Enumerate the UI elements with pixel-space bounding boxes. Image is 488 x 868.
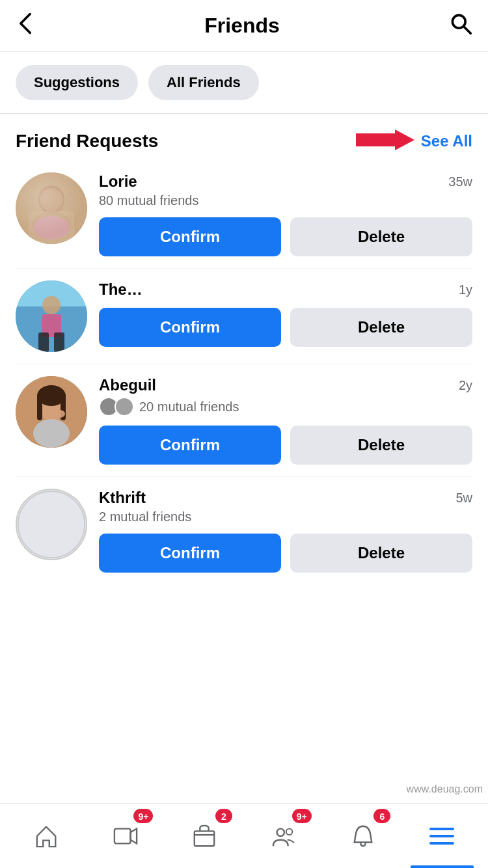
svg-marker-2 <box>356 129 414 150</box>
mutual-text-kthrift: 2 mutual friends <box>99 509 191 524</box>
friends-icon <box>271 824 296 848</box>
hamburger-line-2 <box>429 835 454 837</box>
friend-name-row-the: The… 1y <box>99 280 472 299</box>
svg-rect-25 <box>114 828 130 843</box>
page-title: Friends <box>204 14 280 38</box>
friend-name-row-kthrift: Kthrift 5w <box>99 489 472 507</box>
avatar-abeguil <box>16 376 87 448</box>
svg-marker-26 <box>130 828 137 843</box>
nav-active-bar <box>411 865 474 868</box>
nav-menu[interactable] <box>402 804 481 868</box>
friend-request-kthrift: Kthrift 5w 2 mutual friends Confirm Dele… <box>16 477 472 584</box>
svg-rect-9 <box>16 172 87 244</box>
hamburger-line-1 <box>429 828 454 830</box>
delete-button-kthrift[interactable]: Delete <box>290 534 472 573</box>
friend-time-lorie: 35w <box>448 174 472 189</box>
delete-button-lorie[interactable]: Delete <box>290 217 472 256</box>
menu-icon <box>429 828 454 845</box>
marketplace-badge: 2 <box>215 809 232 823</box>
video-icon <box>113 824 138 848</box>
svg-point-29 <box>286 828 293 835</box>
avatar-kthrift <box>16 489 87 560</box>
friend-name-row-abeguil: Abeguil 2y <box>99 376 472 394</box>
svg-rect-16 <box>54 332 64 352</box>
svg-point-23 <box>55 410 65 418</box>
action-buttons-lorie: Confirm Delete <box>99 217 472 256</box>
friend-name-row: Lorie 35w <box>99 172 472 191</box>
svg-point-4 <box>38 185 64 214</box>
svg-rect-27 <box>195 831 214 846</box>
watermark: www.deuag.com <box>401 781 488 798</box>
svg-rect-20 <box>37 394 42 420</box>
friend-info-the: The… 1y Confirm Delete <box>99 280 472 347</box>
friend-requests-title: Friend Requests <box>16 131 158 152</box>
svg-point-6 <box>40 188 63 211</box>
friend-name-lorie: Lorie <box>99 172 137 191</box>
nav-video[interactable]: 9+ <box>86 804 165 868</box>
back-button[interactable] <box>16 12 35 40</box>
friend-request-the: The… 1y Confirm Delete <box>16 269 472 364</box>
friend-time-kthrift: 5w <box>455 491 472 506</box>
nav-friends[interactable]: 9+ <box>244 804 323 868</box>
friend-time-abeguil: 2y <box>459 378 472 393</box>
section-header: Friend Requests See All <box>0 114 488 161</box>
action-buttons-kthrift: Confirm Delete <box>99 534 472 573</box>
notifications-badge: 6 <box>373 809 390 823</box>
svg-point-8 <box>33 216 70 239</box>
mutual-avatars-abeguil <box>99 397 134 416</box>
friend-info-lorie: Lorie 35w 80 mutual friends Confirm Dele… <box>99 172 472 256</box>
svg-point-28 <box>277 828 284 835</box>
confirm-button-kthrift[interactable]: Confirm <box>99 534 281 573</box>
video-badge: 9+ <box>133 809 153 823</box>
confirm-button-abeguil[interactable]: Confirm <box>99 426 281 465</box>
friend-info-kthrift: Kthrift 5w 2 mutual friends Confirm Dele… <box>99 489 472 573</box>
friends-badge: 9+ <box>292 809 312 823</box>
action-buttons-abeguil: Confirm Delete <box>99 426 472 465</box>
svg-point-22 <box>33 419 70 448</box>
tab-suggestions[interactable]: Suggestions <box>16 65 138 100</box>
friend-time-the: 1y <box>459 282 472 297</box>
nav-notifications[interactable]: 6 <box>323 804 403 868</box>
svg-point-3 <box>16 172 87 244</box>
see-all-container: See All <box>356 128 472 154</box>
svg-point-5 <box>32 211 71 237</box>
svg-point-24 <box>18 491 85 558</box>
mutual-text-abeguil: 20 mutual friends <box>139 400 239 414</box>
hamburger-line-3 <box>429 842 454 845</box>
friend-requests-list: Lorie 35w 80 mutual friends Confirm Dele… <box>0 161 488 584</box>
mutual-abeguil: 20 mutual friends <box>99 397 472 416</box>
confirm-button-the[interactable]: Confirm <box>99 308 281 347</box>
friend-name-the: The… <box>99 280 142 299</box>
friend-request-lorie: Lorie 35w 80 mutual friends Confirm Dele… <box>16 161 472 269</box>
see-all-link[interactable]: See All <box>421 132 472 150</box>
tabs-row: Suggestions All Friends <box>0 52 488 114</box>
confirm-button-lorie[interactable]: Confirm <box>99 217 281 256</box>
svg-rect-15 <box>38 332 49 352</box>
action-buttons-the: Confirm Delete <box>99 308 472 347</box>
marketplace-icon <box>192 824 217 848</box>
bottom-nav: 9+ 2 9+ 6 <box>0 803 488 868</box>
svg-point-13 <box>42 296 61 314</box>
avatar-the <box>16 280 87 352</box>
friend-name-abeguil: Abeguil <box>99 376 156 394</box>
nav-home[interactable] <box>7 804 86 868</box>
avatar-lorie <box>16 172 87 244</box>
header: Friends <box>0 0 488 52</box>
search-icon[interactable] <box>449 12 472 40</box>
friend-name-kthrift: Kthrift <box>99 489 146 507</box>
svg-rect-7 <box>29 211 74 244</box>
friend-info-abeguil: Abeguil 2y 20 mutual friends Confirm Del… <box>99 376 472 465</box>
notifications-icon <box>351 824 375 848</box>
nav-marketplace[interactable]: 2 <box>165 804 244 868</box>
mutual-text-lorie: 80 mutual friends <box>99 193 198 208</box>
home-icon <box>34 824 59 848</box>
friend-request-abeguil: Abeguil 2y 20 mutual friends Confirm Del… <box>16 364 472 477</box>
mutual-lorie: 80 mutual friends <box>99 193 472 208</box>
tab-all-friends[interactable]: All Friends <box>148 65 259 100</box>
delete-button-the[interactable]: Delete <box>290 308 472 347</box>
mutual-avatar-2 <box>115 397 134 416</box>
svg-line-1 <box>463 26 470 33</box>
mutual-kthrift: 2 mutual friends <box>99 509 472 524</box>
delete-button-abeguil[interactable]: Delete <box>290 426 472 465</box>
red-arrow-icon <box>356 128 414 154</box>
